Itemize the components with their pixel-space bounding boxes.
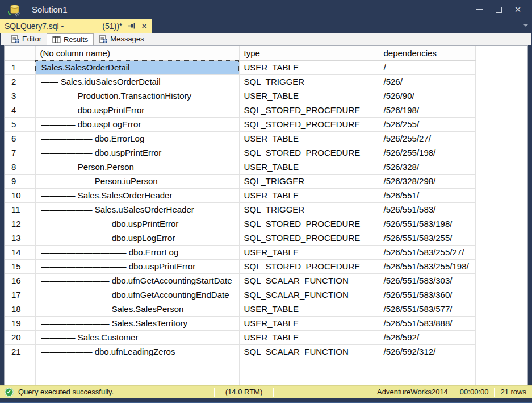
row-number-cell[interactable]: 12 [5,217,35,231]
close-button[interactable]: ✕ [508,3,527,16]
dependencies-cell[interactable]: /526/ [379,74,475,89]
name-cell[interactable]: ———————— dbo.uspLogError [35,231,239,245]
dependencies-cell[interactable]: /526/328/ [379,160,475,174]
row-number-cell[interactable]: 20 [5,330,35,344]
dependencies-cell[interactable]: /526/551/583/255/198/ [379,259,475,273]
column-header-dependencies[interactable]: dependencies [379,46,475,60]
column-header-type[interactable]: type [239,46,379,60]
minimize-button[interactable] [470,3,489,16]
tab-close-icon[interactable]: ✕ [141,22,148,30]
dependencies-cell[interactable]: /526/551/583/ [379,202,475,217]
tab-editor[interactable]: Editor [6,32,47,45]
type-cell[interactable]: USER_TABLE [239,330,379,344]
name-cell[interactable]: ———— Sales.Customer [35,330,239,344]
row-number-cell[interactable]: 6 [5,131,35,146]
row-number-cell[interactable]: 14 [5,245,35,259]
type-cell[interactable]: SQL_TRIGGER [239,202,379,217]
type-cell[interactable]: USER_TABLE [239,89,379,103]
document-tab-sqlquery7[interactable]: SQLQuery7.sql - (51))* ✕ [0,19,152,33]
type-cell[interactable]: SQL_STORED_PROCEDURE [239,259,379,273]
name-cell[interactable]: —————— dbo.ErrorLog [35,131,239,146]
table-row: 18 ———————— Sales.SalesPerson USER_TABLE… [5,302,475,316]
type-cell[interactable]: USER_TABLE [239,188,379,202]
row-number-cell[interactable]: 7 [5,146,35,160]
row-number-cell[interactable]: 1 [5,60,35,74]
dependencies-cell[interactable]: /526/551/583/577/ [379,302,475,316]
dependencies-cell[interactable]: /526/90/ [379,89,475,103]
row-number-cell[interactable]: 8 [5,160,35,174]
dependencies-cell[interactable]: /526/328/298/ [379,174,475,188]
dependencies-cell[interactable]: /526/551/583/198/ [379,217,475,231]
name-cell[interactable]: —— Sales.iduSalesOrderDetail [35,74,239,89]
name-cell[interactable]: —————— Person.iuPerson [35,174,239,188]
dependencies-cell[interactable]: /526/551/583/360/ [379,288,475,302]
tab-messages[interactable]: Messages [94,32,149,45]
row-number-header[interactable] [5,46,35,60]
type-cell[interactable]: SQL_TRIGGER [239,74,379,89]
name-cell[interactable]: —————— dbo.ufnLeadingZeros [35,344,239,359]
name-cell[interactable]: —————— dbo.uspPrintError [35,146,239,160]
name-cell[interactable]: ———————— Sales.SalesTerritory [35,316,239,330]
row-number-cell[interactable]: 3 [5,89,35,103]
type-cell[interactable]: SQL_STORED_PROCEDURE [239,146,379,160]
table-row: 6 —————— dbo.ErrorLog USER_TABLE /526/25… [5,131,475,146]
dependencies-cell[interactable]: /526/255/27/ [379,131,475,146]
dependencies-cell[interactable]: /526/592/ [379,330,475,344]
dependencies-cell[interactable]: /526/551/ [379,188,475,202]
row-number-cell[interactable]: 9 [5,174,35,188]
type-cell[interactable]: SQL_SCALAR_FUNCTION [239,273,379,288]
type-cell[interactable]: USER_TABLE [239,160,379,174]
type-cell[interactable]: SQL_TRIGGER [239,174,379,188]
row-number-cell[interactable]: 2 [5,74,35,89]
row-number-cell[interactable]: 21 [5,344,35,359]
row-number-cell[interactable]: 13 [5,231,35,245]
dependencies-cell[interactable]: /526/551/583/255/ [379,231,475,245]
tab-results[interactable]: Results [47,33,94,45]
row-number-cell[interactable]: 19 [5,316,35,330]
name-cell[interactable]: —————————— dbo.ErrorLog [35,245,239,259]
dependencies-cell[interactable]: /526/198/ [379,103,475,117]
type-cell[interactable]: USER_TABLE [239,60,379,74]
name-cell[interactable]: ———————— dbo.ufnGetAccountingEndDate [35,288,239,302]
name-cell[interactable]: ———————— Sales.SalesPerson [35,302,239,316]
maximize-button[interactable] [489,3,508,16]
dependencies-cell[interactable]: /526/255/ [379,117,475,131]
name-cell[interactable]: ———— dbo.uspPrintError [35,103,239,117]
type-cell[interactable]: SQL_STORED_PROCEDURE [239,103,379,117]
pin-icon[interactable] [128,22,136,30]
type-cell[interactable]: USER_TABLE [239,316,379,330]
dependencies-cell[interactable]: /526/551/583/303/ [379,273,475,288]
name-cell[interactable]: —————— Sales.uSalesOrderHeader [35,202,239,217]
row-number-cell[interactable]: 4 [5,103,35,117]
column-header-name[interactable]: (No column name) [35,46,239,60]
name-cell[interactable]: ———— Production.TransactionHistory [35,89,239,103]
type-cell[interactable]: SQL_SCALAR_FUNCTION [239,344,379,359]
tab-list-dropdown-icon[interactable] [523,24,529,27]
dependencies-cell[interactable]: /526/551/583/888/ [379,316,475,330]
row-number-cell[interactable]: 10 [5,188,35,202]
name-cell[interactable]: Sales.SalesOrderDetail [35,60,239,74]
name-cell[interactable]: ———— dbo.uspLogError [35,117,239,131]
row-number-cell[interactable]: 11 [5,202,35,217]
name-cell[interactable]: ———————— dbo.uspPrintError [35,217,239,231]
name-cell[interactable]: ———— Person.Person [35,160,239,174]
name-cell[interactable]: ———————— dbo.ufnGetAccountingStartDate [35,273,239,288]
type-cell[interactable]: USER_TABLE [239,302,379,316]
row-number-cell[interactable]: 18 [5,302,35,316]
row-number-cell[interactable]: 16 [5,273,35,288]
row-number-cell[interactable]: 17 [5,288,35,302]
dependencies-cell[interactable]: /526/592/312/ [379,344,475,359]
type-cell[interactable]: SQL_STORED_PROCEDURE [239,117,379,131]
type-cell[interactable]: SQL_STORED_PROCEDURE [239,231,379,245]
type-cell[interactable]: SQL_SCALAR_FUNCTION [239,288,379,302]
type-cell[interactable]: USER_TABLE [239,131,379,146]
dependencies-cell[interactable]: / [379,60,475,74]
type-cell[interactable]: SQL_STORED_PROCEDURE [239,217,379,231]
name-cell[interactable]: —————————— dbo.uspPrintError [35,259,239,273]
dependencies-cell[interactable]: /526/255/198/ [379,146,475,160]
row-number-cell[interactable]: 15 [5,259,35,273]
type-cell[interactable]: USER_TABLE [239,245,379,259]
name-cell[interactable]: ———— Sales.SalesOrderHeader [35,188,239,202]
row-number-cell[interactable]: 5 [5,117,35,131]
dependencies-cell[interactable]: /526/551/583/255/27/ [379,245,475,259]
